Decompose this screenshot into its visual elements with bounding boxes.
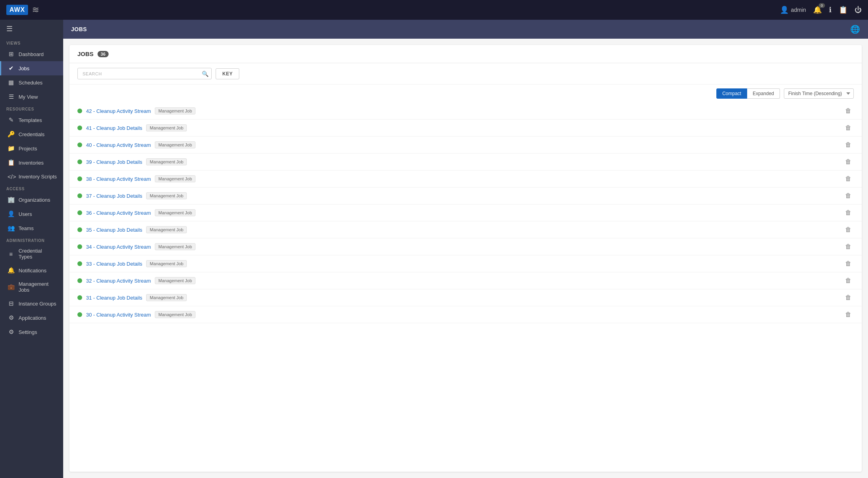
job-link[interactable]: 42 - Cleanup Activity Stream <box>86 108 151 114</box>
sidebar-item-instance-groups[interactable]: ⊟ Instance Groups <box>0 296 63 311</box>
admin-user[interactable]: 👤 admin <box>780 6 806 14</box>
jobs-list: 42 - Cleanup Activity StreamManagement J… <box>70 103 862 472</box>
job-tag: Management Job <box>155 175 195 182</box>
job-status-dot <box>77 142 82 147</box>
clipboard-icon[interactable]: 📋 <box>839 6 847 14</box>
table-row: 38 - Cleanup Activity StreamManagement J… <box>70 171 862 187</box>
job-link[interactable]: 39 - Cleanup Job Details <box>86 159 142 165</box>
job-link[interactable]: 36 - Cleanup Activity Stream <box>86 210 151 216</box>
delete-job-button[interactable]: 🗑 <box>843 191 854 200</box>
sidebar-label-projects: Projects <box>19 146 37 152</box>
search-wrap: 🔍 <box>77 68 212 79</box>
job-status-dot <box>77 176 82 181</box>
job-link[interactable]: 31 - Cleanup Job Details <box>86 295 142 301</box>
job-status-dot <box>77 109 82 113</box>
sidebar-label-my-view: My View <box>19 94 38 100</box>
delete-job-button[interactable]: 🗑 <box>843 174 854 183</box>
job-tag: Management Job <box>146 158 187 165</box>
table-row: 36 - Cleanup Activity StreamManagement J… <box>70 204 862 221</box>
logo-area: AWX ≋ <box>6 5 39 15</box>
table-row: 39 - Cleanup Job DetailsManagement Job🗑 <box>70 154 862 171</box>
my-view-icon: ☰ <box>8 93 15 100</box>
sidebar-item-templates[interactable]: ✎ Templates <box>0 113 63 127</box>
sidebar-item-inventories[interactable]: 📋 Inventories <box>0 156 63 170</box>
delete-job-button[interactable]: 🗑 <box>843 242 854 251</box>
search-button[interactable]: 🔍 <box>202 71 209 77</box>
sidebar-item-notifications[interactable]: 🔔 Notifications <box>0 263 63 277</box>
dashboard-icon: ⊞ <box>8 51 15 58</box>
sidebar-label-applications: Applications <box>19 315 46 321</box>
job-link[interactable]: 34 - Cleanup Activity Stream <box>86 244 151 250</box>
sidebar-item-dashboard[interactable]: ⊞ Dashboard <box>0 47 63 61</box>
sidebar-item-credential-types[interactable]: ≡ Credential Types <box>0 244 63 263</box>
job-link[interactable]: 38 - Cleanup Activity Stream <box>86 176 151 182</box>
job-status-dot <box>77 193 82 198</box>
sidebar-label-schedules: Schedules <box>19 80 43 86</box>
sidebar-label-settings: Settings <box>19 329 37 335</box>
job-tag: Management Job <box>146 260 187 267</box>
hamburger-menu[interactable]: ☰ <box>0 20 63 38</box>
teams-icon: 👥 <box>8 225 15 232</box>
sidebar-item-my-view[interactable]: ☰ My View <box>0 90 63 104</box>
delete-job-button[interactable]: 🗑 <box>843 141 854 149</box>
table-row: 34 - Cleanup Activity StreamManagement J… <box>70 238 862 255</box>
job-link[interactable]: 37 - Cleanup Job Details <box>86 193 142 199</box>
sidebar-item-inventory-scripts[interactable]: </> Inventory Scripts <box>0 170 63 184</box>
jobs-panel-header: JOBS 36 <box>70 45 862 63</box>
sidebar-item-schedules[interactable]: ▦ Schedules <box>0 75 63 90</box>
sidebar-item-jobs[interactable]: ✔ Jobs <box>0 61 63 75</box>
sidebar-item-credentials[interactable]: 🔑 Credentials <box>0 127 63 141</box>
job-tag: Management Job <box>155 209 195 216</box>
notifications-bell[interactable]: 🔔 0 <box>813 6 822 14</box>
schedules-icon: ▦ <box>8 79 15 86</box>
sidebar-label-jobs: Jobs <box>19 66 29 71</box>
table-row: 30 - Cleanup Activity StreamManagement J… <box>70 306 862 323</box>
sidebar-label-users: Users <box>19 211 32 217</box>
sidebar-label-credentials: Credentials <box>19 131 45 137</box>
job-tag: Management Job <box>155 141 195 148</box>
templates-icon: ✎ <box>8 116 15 124</box>
page-title: JOBS <box>71 26 87 32</box>
sidebar-label-templates: Templates <box>19 117 42 123</box>
sidebar-item-settings[interactable]: ⚙ Settings <box>0 325 63 339</box>
power-icon[interactable]: ⏻ <box>855 6 862 14</box>
expanded-view-button[interactable]: Expanded <box>747 88 780 99</box>
delete-job-button[interactable]: 🗑 <box>843 276 854 285</box>
compact-view-button[interactable]: Compact <box>716 88 747 99</box>
sidebar-item-management-jobs[interactable]: 💼 Management Jobs <box>0 277 63 296</box>
search-input[interactable] <box>77 68 212 79</box>
delete-job-button[interactable]: 🗑 <box>843 124 854 132</box>
job-status-dot <box>77 295 82 300</box>
inventory-scripts-icon: </> <box>8 173 15 180</box>
jobs-count-badge: 36 <box>98 51 109 57</box>
users-icon: 👤 <box>8 210 15 217</box>
job-link[interactable]: 30 - Cleanup Activity Stream <box>86 312 151 318</box>
sort-select[interactable]: Finish Time (Descending)Finish Time (Asc… <box>784 88 854 99</box>
job-link[interactable]: 40 - Cleanup Activity Stream <box>86 142 151 148</box>
sidebar-item-organizations[interactable]: 🏢 Organizations <box>0 193 63 207</box>
management-jobs-icon: 💼 <box>8 283 15 291</box>
info-icon[interactable]: ℹ <box>829 6 832 14</box>
sidebar-label-dashboard: Dashboard <box>19 51 44 57</box>
delete-job-button[interactable]: 🗑 <box>843 293 854 302</box>
job-link[interactable]: 41 - Cleanup Job Details <box>86 125 142 131</box>
sidebar-item-teams[interactable]: 👥 Teams <box>0 221 63 235</box>
job-link[interactable]: 35 - Cleanup Job Details <box>86 227 142 233</box>
delete-job-button[interactable]: 🗑 <box>843 310 854 319</box>
page-header-icon: 🌐 <box>850 24 860 34</box>
inventories-icon: 📋 <box>8 159 15 166</box>
job-link[interactable]: 32 - Cleanup Activity Stream <box>86 278 151 284</box>
job-tag: Management Job <box>146 124 187 131</box>
delete-job-button[interactable]: 🗑 <box>843 157 854 166</box>
sidebar-label-inventory-scripts: Inventory Scripts <box>19 174 57 180</box>
sidebar-item-users[interactable]: 👤 Users <box>0 207 63 221</box>
sidebar-item-applications[interactable]: ⚙ Applications <box>0 311 63 325</box>
job-tag: Management Job <box>146 294 187 301</box>
job-link[interactable]: 33 - Cleanup Job Details <box>86 261 142 267</box>
delete-job-button[interactable]: 🗑 <box>843 225 854 234</box>
sidebar-item-projects[interactable]: 📁 Projects <box>0 141 63 156</box>
key-button[interactable]: KEY <box>216 68 239 79</box>
delete-job-button[interactable]: 🗑 <box>843 259 854 268</box>
delete-job-button[interactable]: 🗑 <box>843 208 854 217</box>
delete-job-button[interactable]: 🗑 <box>843 107 854 115</box>
